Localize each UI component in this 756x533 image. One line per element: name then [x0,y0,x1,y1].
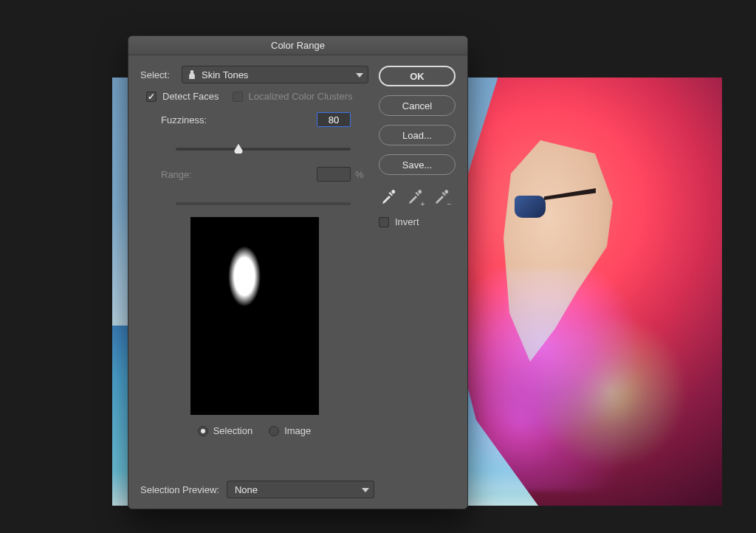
ok-button[interactable]: OK [379,66,456,86]
svg-rect-3 [444,189,449,194]
select-value: Skin Tones [202,69,248,80]
minus-badge-icon: − [446,201,453,207]
preview-mode-image-radio[interactable] [269,426,279,436]
eyedropper-subtract-icon[interactable]: − [433,188,450,204]
range-slider [176,202,351,205]
eyedropper-add-icon[interactable]: + [407,188,423,204]
save-button[interactable]: Save... [379,154,456,175]
selection-preview-label: Selection Preview: [140,484,219,495]
invert-checkbox[interactable] [379,217,389,227]
fuzziness-label: Fuzziness: [161,114,317,125]
load-button[interactable]: Load... [379,125,456,145]
svg-rect-1 [391,189,396,194]
color-range-dialog: Color Range Select: Skin Tones [128,35,468,509]
cancel-button[interactable]: Cancel [379,95,456,116]
selection-preview-image [190,217,319,415]
dialog-footer: Selection Preview: None [128,473,467,509]
range-label: Range: [161,169,317,180]
localized-clusters-label: Localized Color Clusters [249,91,353,102]
detect-faces-checkbox[interactable] [146,92,157,102]
fuzziness-slider-thumb[interactable] [233,143,244,154]
range-input [317,167,351,182]
fuzziness-input[interactable]: 80 [317,112,351,127]
localized-clusters-checkbox [233,92,243,102]
svg-point-0 [190,70,193,73]
photo-paint-splash [459,269,703,491]
select-label: Select: [140,69,182,80]
preview-mode-image-label: Image [284,425,311,436]
detect-faces-label: Detect Faces [162,91,219,102]
selection-preview-value: None [235,484,258,495]
eyedropper-icon[interactable] [380,188,396,204]
dialog-title: Color Range [128,36,467,55]
photo-sunglasses [515,188,596,221]
plus-badge-icon: + [419,201,426,207]
range-unit: % [351,169,368,180]
invert-label: Invert [395,216,419,227]
dialog-left-pane: Select: Skin Tones [140,66,368,464]
selection-mask [190,217,319,415]
select-dropdown[interactable]: Skin Tones [182,66,368,83]
selection-preview-dropdown[interactable]: None [227,481,374,498]
dialog-right-pane: OK Cancel Load... Save... [379,66,456,464]
skin-tones-icon [187,69,197,80]
chevron-down-icon [362,488,369,492]
svg-rect-2 [417,189,422,194]
preview-mode-selection-radio[interactable] [198,426,208,436]
chevron-down-icon [356,73,363,78]
preview-mode-selection-label: Selection [213,425,252,436]
fuzziness-slider[interactable] [176,148,351,151]
